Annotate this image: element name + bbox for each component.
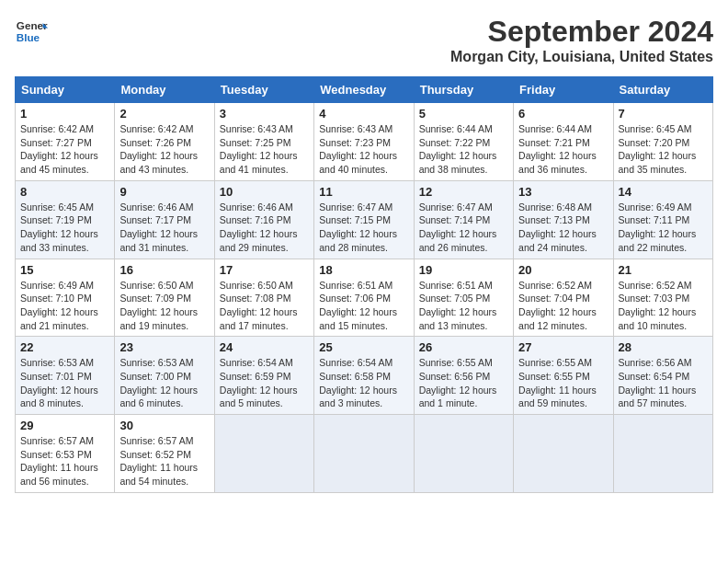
day-number: 2 (119, 107, 209, 121)
day-number: 3 (220, 107, 309, 121)
table-row: 22 Sunrise: 6:53 AMSunset: 7:01 PMDaylig… (16, 337, 115, 415)
header: General Blue General Blue September 2024… (15, 15, 713, 65)
day-number: 19 (419, 263, 508, 277)
col-sunday: Sunday (16, 77, 115, 103)
table-row: 14 Sunrise: 6:49 AMSunset: 7:11 PMDaylig… (613, 180, 712, 259)
day-info: Sunrise: 6:55 AMSunset: 6:55 PMDaylight:… (518, 357, 597, 408)
day-info: Sunrise: 6:48 AMSunset: 7:13 PMDaylight:… (518, 201, 597, 253)
table-row: 18 Sunrise: 6:51 AMSunset: 7:06 PMDaylig… (314, 259, 414, 337)
col-saturday: Saturday (613, 77, 712, 103)
table-row: 1 Sunrise: 6:42 AMSunset: 7:27 PMDayligh… (16, 103, 115, 181)
title-area: September 2024 Morgan City, Louisiana, U… (450, 15, 713, 65)
day-info: Sunrise: 6:56 AMSunset: 6:54 PMDaylight:… (619, 357, 697, 408)
table-row: 29 Sunrise: 6:57 AMSunset: 6:53 PMDaylig… (16, 415, 115, 493)
table-row: 9 Sunrise: 6:46 AMSunset: 7:17 PMDayligh… (115, 180, 214, 259)
table-row: 17 Sunrise: 6:50 AMSunset: 7:08 PMDaylig… (214, 259, 313, 337)
day-number: 12 (419, 185, 508, 199)
day-number: 23 (119, 340, 209, 354)
table-row: 6 Sunrise: 6:44 AMSunset: 7:21 PMDayligh… (514, 103, 613, 181)
day-info: Sunrise: 6:42 AMSunset: 7:26 PMDaylight:… (119, 123, 198, 175)
table-row: 30 Sunrise: 6:57 AMSunset: 6:52 PMDaylig… (115, 415, 214, 493)
day-info: Sunrise: 6:50 AMSunset: 7:09 PMDaylight:… (119, 280, 198, 331)
day-number: 6 (518, 107, 608, 121)
table-row: 26 Sunrise: 6:55 AMSunset: 6:56 PMDaylig… (414, 337, 513, 415)
svg-text:Blue: Blue (17, 31, 40, 43)
table-row (314, 415, 414, 493)
day-number: 22 (20, 340, 109, 354)
day-info: Sunrise: 6:50 AMSunset: 7:08 PMDaylight:… (220, 280, 298, 331)
day-info: Sunrise: 6:43 AMSunset: 7:23 PMDaylight:… (319, 123, 397, 175)
day-info: Sunrise: 6:47 AMSunset: 7:15 PMDaylight:… (319, 201, 397, 253)
day-number: 8 (20, 185, 109, 199)
table-row: 19 Sunrise: 6:51 AMSunset: 7:05 PMDaylig… (414, 259, 513, 337)
table-row: 24 Sunrise: 6:54 AMSunset: 6:59 PMDaylig… (214, 337, 313, 415)
day-number: 7 (619, 107, 708, 121)
day-number: 16 (119, 263, 209, 277)
day-number: 9 (119, 185, 209, 199)
col-wednesday: Wednesday (314, 77, 414, 103)
day-number: 10 (220, 185, 309, 199)
calendar-table: Sunday Monday Tuesday Wednesday Thursday… (15, 76, 713, 493)
day-number: 26 (419, 340, 508, 354)
table-row: 28 Sunrise: 6:56 AMSunset: 6:54 PMDaylig… (613, 337, 712, 415)
day-info: Sunrise: 6:43 AMSunset: 7:25 PMDaylight:… (220, 123, 298, 175)
day-number: 1 (20, 107, 109, 121)
day-info: Sunrise: 6:52 AMSunset: 7:03 PMDaylight:… (619, 280, 697, 331)
day-info: Sunrise: 6:57 AMSunset: 6:53 PMDaylight:… (20, 435, 98, 487)
day-info: Sunrise: 6:44 AMSunset: 7:21 PMDaylight:… (518, 123, 597, 175)
day-number: 29 (20, 419, 109, 432)
day-number: 24 (220, 340, 309, 354)
table-row: 11 Sunrise: 6:47 AMSunset: 7:15 PMDaylig… (314, 180, 414, 259)
day-number: 27 (518, 340, 608, 354)
day-number: 25 (319, 340, 408, 354)
day-number: 17 (220, 263, 309, 277)
day-info: Sunrise: 6:51 AMSunset: 7:05 PMDaylight:… (419, 280, 497, 331)
table-row: 4 Sunrise: 6:43 AMSunset: 7:23 PMDayligh… (314, 103, 414, 181)
table-row: 27 Sunrise: 6:55 AMSunset: 6:55 PMDaylig… (514, 337, 613, 415)
day-info: Sunrise: 6:45 AMSunset: 7:20 PMDaylight:… (619, 123, 697, 175)
day-info: Sunrise: 6:53 AMSunset: 7:00 PMDaylight:… (119, 357, 198, 408)
col-friday: Friday (514, 77, 613, 103)
table-row: 25 Sunrise: 6:54 AMSunset: 6:58 PMDaylig… (314, 337, 414, 415)
day-number: 30 (119, 419, 209, 432)
day-number: 14 (619, 185, 708, 199)
day-number: 21 (619, 263, 708, 277)
month-title: September 2024 (450, 15, 713, 49)
header-row: Sunday Monday Tuesday Wednesday Thursday… (16, 77, 713, 103)
day-info: Sunrise: 6:42 AMSunset: 7:27 PMDaylight:… (20, 123, 98, 175)
logo: General Blue General Blue (15, 15, 48, 48)
day-info: Sunrise: 6:51 AMSunset: 7:06 PMDaylight:… (319, 280, 397, 331)
table-row (214, 415, 313, 493)
table-row: 12 Sunrise: 6:47 AMSunset: 7:14 PMDaylig… (414, 180, 513, 259)
table-row: 3 Sunrise: 6:43 AMSunset: 7:25 PMDayligh… (214, 103, 313, 181)
day-number: 28 (619, 340, 708, 354)
day-number: 4 (319, 107, 408, 121)
logo-icon: General Blue (15, 15, 48, 48)
day-number: 20 (518, 263, 608, 277)
day-info: Sunrise: 6:44 AMSunset: 7:22 PMDaylight:… (419, 123, 497, 175)
day-info: Sunrise: 6:54 AMSunset: 6:58 PMDaylight:… (319, 357, 397, 408)
table-row: 23 Sunrise: 6:53 AMSunset: 7:00 PMDaylig… (115, 337, 214, 415)
day-number: 18 (319, 263, 408, 277)
table-row (414, 415, 513, 493)
table-row: 7 Sunrise: 6:45 AMSunset: 7:20 PMDayligh… (613, 103, 712, 181)
day-info: Sunrise: 6:54 AMSunset: 6:59 PMDaylight:… (220, 357, 298, 408)
table-row (514, 415, 613, 493)
day-info: Sunrise: 6:46 AMSunset: 7:16 PMDaylight:… (220, 201, 298, 253)
day-info: Sunrise: 6:49 AMSunset: 7:11 PMDaylight:… (619, 201, 697, 253)
table-row: 16 Sunrise: 6:50 AMSunset: 7:09 PMDaylig… (115, 259, 214, 337)
day-info: Sunrise: 6:45 AMSunset: 7:19 PMDaylight:… (20, 201, 98, 253)
table-row: 21 Sunrise: 6:52 AMSunset: 7:03 PMDaylig… (613, 259, 712, 337)
day-info: Sunrise: 6:52 AMSunset: 7:04 PMDaylight:… (518, 280, 597, 331)
day-info: Sunrise: 6:53 AMSunset: 7:01 PMDaylight:… (20, 357, 98, 408)
day-info: Sunrise: 6:47 AMSunset: 7:14 PMDaylight:… (419, 201, 497, 253)
day-number: 15 (20, 263, 109, 277)
table-row: 2 Sunrise: 6:42 AMSunset: 7:26 PMDayligh… (115, 103, 214, 181)
col-monday: Monday (115, 77, 214, 103)
day-info: Sunrise: 6:57 AMSunset: 6:52 PMDaylight:… (119, 435, 198, 487)
day-number: 13 (518, 185, 608, 199)
day-info: Sunrise: 6:49 AMSunset: 7:10 PMDaylight:… (20, 280, 98, 331)
table-row (613, 415, 712, 493)
day-number: 5 (419, 107, 508, 121)
table-row: 20 Sunrise: 6:52 AMSunset: 7:04 PMDaylig… (514, 259, 613, 337)
